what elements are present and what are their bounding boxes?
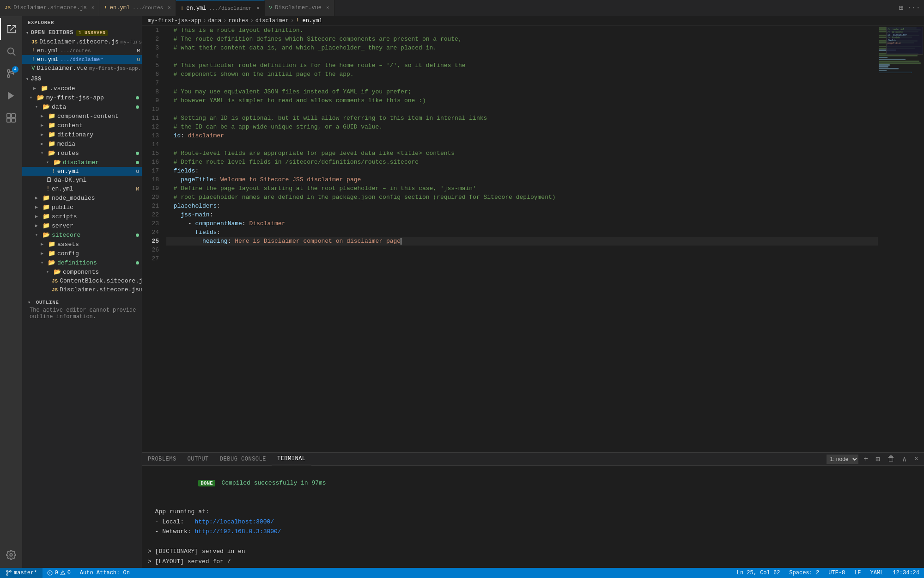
modified-dot xyxy=(136,261,139,264)
add-terminal-icon[interactable]: + xyxy=(862,454,870,464)
folder-icon: 📁 xyxy=(43,213,50,220)
tab-close-icon[interactable]: × xyxy=(256,6,260,11)
sidebar-title: EXPLORER xyxy=(22,16,142,27)
file-disclaimer-sitecore-tree[interactable]: JS Disclaimer.sitecore.js U xyxy=(22,285,142,294)
chevron-right-icon: ▶ xyxy=(41,113,48,119)
folder-routes[interactable]: ▾ 📂 routes xyxy=(22,148,142,158)
open-file-disclaimer-sitecore[interactable]: JS Disclaimer.sitecore.js my-first-... U xyxy=(22,37,142,46)
file-en-yml-routes[interactable]: ! en.yml M xyxy=(22,184,142,193)
chevron-down-icon: ▾ xyxy=(35,104,43,110)
folder-components[interactable]: ▾ 📂 components xyxy=(22,267,142,277)
tab-terminal[interactable]: TERMINAL xyxy=(272,453,311,465)
activity-extensions[interactable] xyxy=(0,107,22,129)
tab-en-yml-routes[interactable]: ! en.yml .../routes × xyxy=(99,0,176,16)
folder-disclaimer[interactable]: ▾ 📂 disclaimer xyxy=(22,158,142,167)
code-line-19: # Define the page layout starting at the… xyxy=(166,184,878,193)
done-badge: DONE xyxy=(198,480,215,486)
tab-label: en.yml xyxy=(186,5,206,12)
file-da-dk-yml[interactable]: 🗒 da-DK.yml xyxy=(22,176,142,184)
folder-content[interactable]: ▶ 📁 content xyxy=(22,121,142,130)
open-file-disclaimer-vue[interactable]: V Disclaimer.vue my-first-jss-app... xyxy=(22,64,142,73)
warning-icon xyxy=(60,570,66,576)
folder-server[interactable]: ▶ 📁 server xyxy=(22,221,142,230)
code-line-2: # The route definition defines which Sit… xyxy=(166,35,878,43)
language-status[interactable]: YAML xyxy=(866,568,888,578)
folder-my-first-jss-app[interactable]: ▾ 📂 my-first-jss-app xyxy=(22,93,142,102)
unsaved-badge: 1 UNSAVED xyxy=(76,30,108,36)
line-ending-status[interactable]: LF xyxy=(850,568,865,578)
folder-scripts[interactable]: ▶ 📁 scripts xyxy=(22,212,142,221)
more-actions-icon[interactable]: ··· xyxy=(907,4,920,12)
split-editor-icon[interactable]: ⊞ xyxy=(899,3,904,12)
svg-rect-7 xyxy=(7,114,11,117)
activity-source-control[interactable]: 4 xyxy=(0,62,22,85)
errors-status[interactable]: 0 0 xyxy=(43,568,75,578)
terminal-selector[interactable]: 1: node xyxy=(827,455,858,464)
spaces-status[interactable]: Spaces: 2 xyxy=(784,568,824,578)
tab-debug-console[interactable]: DEBUG CONSOLE xyxy=(214,453,272,465)
svg-point-13 xyxy=(6,574,8,576)
open-editors-header[interactable]: ▾ OPEN EDITORS 1 UNSAVED xyxy=(22,28,142,37)
tab-close-icon[interactable]: × xyxy=(168,5,171,11)
code-line-3: # what their content data is, and which … xyxy=(166,43,878,52)
content-area: my-first-jss-app › data › routes › discl… xyxy=(142,16,924,568)
folder-media[interactable]: ▶ 📁 media xyxy=(22,139,142,148)
outline-header[interactable]: ▾ OUTLINE xyxy=(28,297,136,307)
status-left: master* 0 0 Auto Attach: On xyxy=(0,568,134,578)
activity-explorer[interactable] xyxy=(0,18,22,40)
tab-en-yml-disclaimer[interactable]: ! en.yml .../disclaimer × xyxy=(176,0,265,16)
tab-close-icon[interactable]: × xyxy=(326,5,329,11)
chevron-right-icon: ▶ xyxy=(41,251,48,256)
warning-icon: ! xyxy=(181,6,184,11)
activity-search[interactable] xyxy=(0,40,22,62)
code-line-18: pageTitle: Welcome to Sitecore JSS discl… xyxy=(166,175,878,184)
editor: 1 2 3 4 5 6 7 8 9 10 11 12 13 14 xyxy=(142,26,924,452)
folder-vscode[interactable]: ▶ 📁 .vscode xyxy=(22,84,142,93)
folder-dictionary[interactable]: ▶ 📁 dictionary xyxy=(22,130,142,139)
code-line-5: # This particular route definition is fo… xyxy=(166,61,878,70)
open-file-en-yml-disclaimer[interactable]: ! en.yml .../disclaimer U xyxy=(22,55,142,64)
folder-public[interactable]: ▶ 📁 public xyxy=(22,203,142,212)
tab-close-icon[interactable]: × xyxy=(91,5,95,11)
tab-problems[interactable]: PROBLEMS xyxy=(142,453,182,465)
code-line-12: # the ID can be a app-wide-unique string… xyxy=(166,123,878,131)
tab-disclaimer-vue[interactable]: V Disclaimer.vue × xyxy=(265,0,334,16)
close-panel-icon[interactable]: × xyxy=(912,454,920,464)
git-branch-status[interactable]: master* xyxy=(0,568,43,578)
folder-node-modules[interactable]: ▶ 📁 node_modules xyxy=(22,193,142,203)
open-file-en-yml-routes[interactable]: ! en.yml .../routes M xyxy=(22,46,142,55)
folder-sitecore[interactable]: ▾ 📂 sitecore xyxy=(22,230,142,240)
folder-assets[interactable]: ▶ 📁 assets xyxy=(22,240,142,249)
activity-run[interactable] xyxy=(0,85,22,107)
maximize-panel-icon[interactable]: ∧ xyxy=(900,454,909,465)
kill-terminal-icon[interactable]: 🗑 xyxy=(886,454,897,464)
file-en-yml-disclaimer[interactable]: ! en.yml U xyxy=(22,167,142,176)
tab-output[interactable]: OUTPUT xyxy=(182,453,214,465)
editor-content[interactable]: # This is a route layout definition. # T… xyxy=(163,26,878,452)
jss-header[interactable]: ▾ JSS xyxy=(22,74,142,84)
chevron-right-icon: ▶ xyxy=(41,123,48,128)
folder-icon: 📁 xyxy=(43,194,50,202)
folder-config[interactable]: ▶ 📁 config xyxy=(22,249,142,258)
folder-icon: 📁 xyxy=(48,131,55,138)
code-line-23: - componentName: Disclaimer xyxy=(166,219,878,228)
folder-data[interactable]: ▾ 📂 data xyxy=(22,102,142,111)
code-line-24: fields: xyxy=(166,228,878,237)
folder-open-icon: 📂 xyxy=(43,231,50,239)
modified-dot xyxy=(136,152,139,155)
folder-definitions[interactable]: ▾ 📂 definitions xyxy=(22,258,142,267)
activity-settings[interactable] xyxy=(0,546,22,568)
terminal-content[interactable]: DONE Compiled successfully in 97ms App r… xyxy=(142,466,924,568)
folder-component-content[interactable]: ▶ 📁 component-content xyxy=(22,111,142,121)
chevron-right-icon: ▶ xyxy=(35,214,43,219)
cursor-position-status[interactable]: Ln 25, Col 62 xyxy=(732,568,785,578)
svg-rect-10 xyxy=(7,118,11,122)
tab-disclaimer-sitecore[interactable]: JS Disclaimer.sitecore.js × xyxy=(0,0,99,16)
tab-path: .../routes xyxy=(133,5,163,11)
auto-attach-status[interactable]: Auto Attach: On xyxy=(75,568,134,578)
code-line-14 xyxy=(166,140,878,149)
file-content-block-sitecore[interactable]: JS ContentBlock.sitecore.js xyxy=(22,277,142,285)
status-right: Ln 25, Col 62 Spaces: 2 UTF-8 LF YAML 12… xyxy=(732,568,924,578)
encoding-status[interactable]: UTF-8 xyxy=(824,568,850,578)
split-terminal-icon[interactable]: ⊞ xyxy=(874,454,882,465)
